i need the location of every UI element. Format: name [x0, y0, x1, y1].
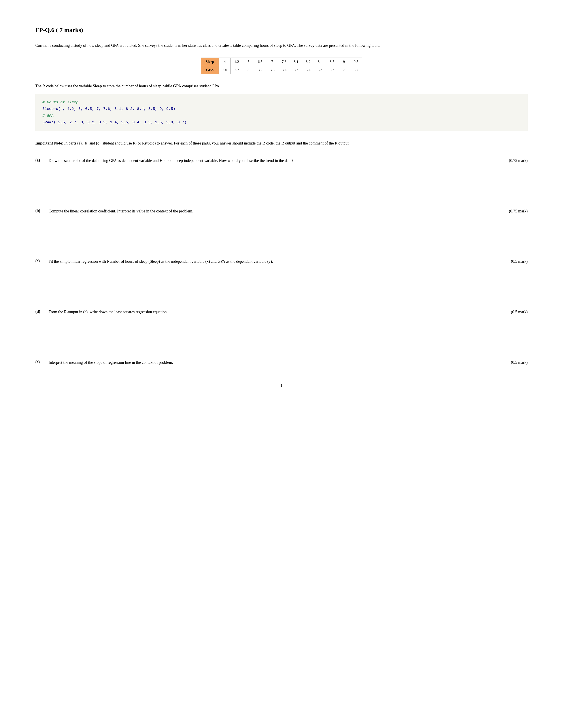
sleep-val-9: 8.4	[314, 58, 326, 66]
question-d-content: From the R-output in (c), write down the…	[49, 309, 528, 315]
question-b-content: Compute the linear correlation coefficie…	[49, 208, 528, 214]
var-desc-after: comprises student GPA.	[181, 84, 220, 88]
question-e: (e) Interpret the meaning of the slope o…	[35, 359, 528, 366]
important-note-text: In parts (a), (b) and (c), student shoul…	[63, 141, 350, 145]
gpa-val-5: 3.3	[266, 66, 278, 74]
question-b-text: Compute the linear correlation coefficie…	[49, 209, 193, 213]
question-c-content: Fit the simple linear regression with Nu…	[49, 258, 528, 265]
gpa-val-12: 3.7	[350, 66, 362, 74]
important-note-label: Important Note:	[35, 141, 63, 145]
sleep-val-11: 9	[338, 58, 350, 66]
spacer-b	[35, 232, 528, 258]
gpa-val-11: 3.9	[338, 66, 350, 74]
sleep-val-12: 9.5	[350, 58, 362, 66]
data-table-container: Sleep 4 4.2 5 6.5 7 7.6 8.1 8.2 8.4 8.5 …	[35, 58, 528, 74]
gpa-val-9: 3.5	[314, 66, 326, 74]
question-e-label: (e)	[35, 359, 49, 364]
sleep-val-7: 8.1	[290, 58, 302, 66]
sleep-bold: Sleep	[93, 84, 102, 88]
question-a: (a) Draw the scatterplot of the data usi…	[35, 158, 528, 164]
gpa-val-8: 3.4	[302, 66, 314, 74]
spacer-d	[35, 333, 528, 359]
gpa-val-1: 2.5	[219, 66, 231, 74]
sleep-header: Sleep	[201, 58, 219, 66]
question-b-marks: (0.75 mark)	[509, 208, 528, 214]
var-desc-before: The R code below uses the variable	[35, 84, 93, 88]
page-title: FP-Q.6 ( 7 marks)	[35, 26, 528, 34]
code-block: # Hours of sleep Sleep=c(4, 4.2, 5, 6.5,…	[35, 94, 528, 131]
question-e-text: Interpret the meaning of the slope of re…	[49, 360, 173, 365]
spacer-a	[35, 182, 528, 208]
sleep-val-2: 4.2	[231, 58, 242, 66]
data-table: Sleep 4 4.2 5 6.5 7 7.6 8.1 8.2 8.4 8.5 …	[201, 58, 362, 74]
question-d-marks: (0.5 mark)	[511, 309, 528, 315]
important-note: Important Note: In parts (a), (b) and (c…	[35, 140, 528, 146]
code-comment-1: # Hours of sleep	[42, 99, 521, 106]
question-a-label: (a)	[35, 158, 49, 163]
question-e-content: Interpret the meaning of the slope of re…	[49, 359, 528, 366]
sleep-val-4: 6.5	[254, 58, 266, 66]
sleep-val-10: 8.5	[326, 58, 338, 66]
question-c-marks: (0.5 mark)	[511, 258, 528, 265]
question-e-marks: (0.5 mark)	[511, 359, 528, 366]
gpa-val-7: 3.5	[290, 66, 302, 74]
question-d-label: (d)	[35, 309, 49, 314]
gpa-val-3: 3	[242, 66, 254, 74]
intro-text: Corrina is conducting a study of how sle…	[35, 42, 528, 49]
var-description: The R code below uses the variable Sleep…	[35, 83, 528, 89]
question-a-content: Draw the scatterplot of the data using G…	[49, 158, 528, 164]
spacer-c	[35, 282, 528, 309]
sleep-val-6: 7.6	[278, 58, 290, 66]
question-a-marks: (0.75 mark)	[509, 158, 528, 164]
page-number: 1	[35, 383, 528, 388]
sleep-val-5: 7	[266, 58, 278, 66]
var-desc-middle: to store the number of hours of sleep, w…	[102, 84, 173, 88]
sleep-val-8: 8.2	[302, 58, 314, 66]
questions-section: (a) Draw the scatterplot of the data usi…	[35, 158, 528, 366]
gpa-val-4: 3.2	[254, 66, 266, 74]
question-a-text: Draw the scatterplot of the data using G…	[49, 158, 293, 163]
gpa-bold: GPA	[173, 84, 181, 88]
question-d: (d) From the R-output in (c), write down…	[35, 309, 528, 315]
question-c-text: Fit the simple linear regression with Nu…	[49, 259, 273, 264]
code-line-2: GPA=c( 2.5, 2.7, 3, 3.2, 3.3, 3.4, 3.5, …	[42, 119, 521, 126]
question-b-label: (b)	[35, 208, 49, 213]
question-c-label: (c)	[35, 258, 49, 263]
code-line-1: Sleep=c(4, 4.2, 5, 6.5, 7, 7.6, 8.1, 8.2…	[42, 106, 521, 113]
question-b: (b) Compute the linear correlation coeff…	[35, 208, 528, 214]
question-d-text: From the R-output in (c), write down the…	[49, 310, 167, 314]
sleep-val-1: 4	[219, 58, 231, 66]
gpa-header: GPA	[201, 66, 219, 74]
code-comment-2: # GPA	[42, 113, 521, 119]
question-c: (c) Fit the simple linear regression wit…	[35, 258, 528, 265]
gpa-val-6: 3.4	[278, 66, 290, 74]
gpa-val-2: 2.7	[231, 66, 242, 74]
sleep-val-3: 5	[242, 58, 254, 66]
gpa-val-10: 3.5	[326, 66, 338, 74]
